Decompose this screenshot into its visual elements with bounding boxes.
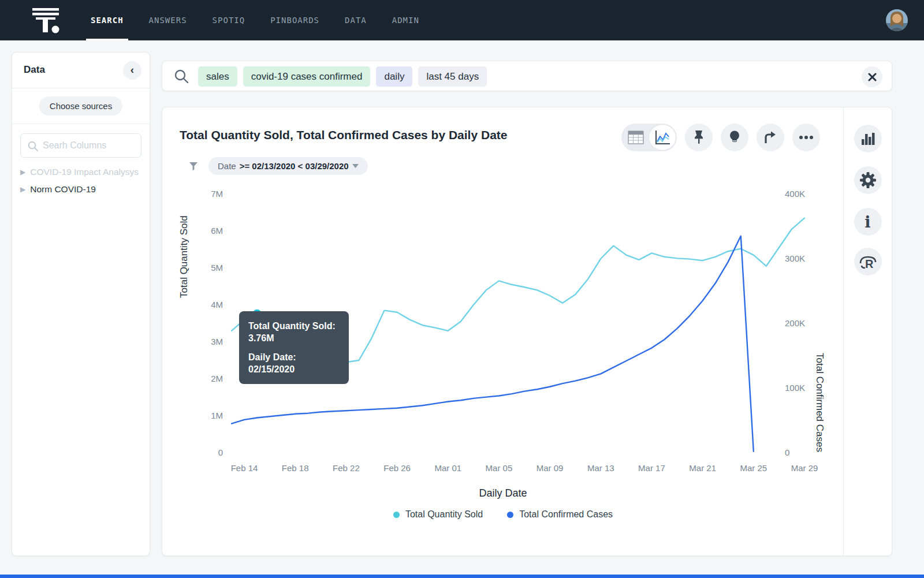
r-analysis-button[interactable]: R [854, 248, 882, 275]
svg-text:R: R [865, 258, 874, 269]
info-button[interactable]: i [854, 208, 882, 236]
source-label: COVID-19 Impact Analysys [30, 167, 139, 177]
table-view-button[interactable] [623, 125, 649, 150]
chart-tooltip: Total Quantity Sold: 3.76M Daily Date: 0… [239, 311, 349, 384]
svg-text:Feb 22: Feb 22 [333, 463, 360, 473]
svg-text:Feb 18: Feb 18 [282, 463, 309, 473]
search-token-sales[interactable]: sales [198, 66, 237, 87]
tooltip-date-label: Daily Date: [248, 351, 340, 363]
more-options-button[interactable] [792, 124, 820, 151]
clear-search-button[interactable] [862, 66, 882, 87]
caret-down-icon [352, 164, 359, 168]
search-token-last-45-days[interactable]: last 45 days [418, 66, 487, 87]
choose-sources-row: Choose sources [12, 88, 150, 124]
svg-text:200K: 200K [785, 318, 805, 328]
thoughtspot-logo-icon[interactable] [22, 7, 74, 33]
answer-toolbar [621, 124, 820, 151]
data-panel: Data ‹ Choose sources ▶ COVID-19 Impact … [12, 52, 150, 556]
svg-text:2M: 2M [211, 374, 223, 383]
svg-text:7M: 7M [211, 189, 223, 199]
y-axis-left-title: Total Quantity Sold [178, 215, 190, 298]
bar-chart-icon [861, 132, 875, 146]
legend-label: Total Confirmed Cases [519, 509, 613, 520]
source-item-covid-impact[interactable]: ▶ COVID-19 Impact Analysys [12, 163, 150, 181]
search-token-covid-cases[interactable]: covid-19 cases confirmed [243, 66, 371, 87]
share-arrow-icon [763, 130, 777, 144]
lightbulb-icon [728, 130, 741, 145]
svg-text:1M: 1M [211, 411, 223, 420]
legend-label: Total Quantity Sold [405, 509, 483, 520]
svg-text:Feb 26: Feb 26 [383, 463, 411, 473]
expand-triangle-icon[interactable]: ▶ [20, 168, 25, 176]
svg-text:4M: 4M [211, 300, 223, 309]
chart-view-button[interactable] [649, 125, 676, 150]
line-chart-icon [654, 130, 670, 145]
search-columns-box [20, 133, 141, 158]
data-panel-title: Data [24, 64, 45, 76]
expand-triangle-icon[interactable]: ▶ [20, 185, 25, 193]
legend-dot-cyan [393, 512, 400, 518]
search-columns-input[interactable] [43, 134, 135, 157]
gear-icon [859, 171, 877, 189]
date-filter-pill[interactable]: Date >= 02/13/2020 < 03/29/2020 [208, 157, 368, 175]
chart-area[interactable]: 01M2M3M4M5M6M7M0100K200K300K400KFeb 14Fe… [162, 182, 844, 486]
search-bar[interactable]: sales covid-19 cases confirmed daily las… [162, 61, 892, 91]
chevron-left-icon: ‹ [131, 64, 134, 76]
info-icon: i [865, 214, 870, 230]
tooltip-date-value: 02/15/2020 [248, 363, 340, 375]
user-avatar[interactable] [886, 9, 908, 31]
bottom-accent-bar [0, 575, 924, 578]
svg-text:Mar 29: Mar 29 [791, 463, 818, 473]
tooltip-measure-value: 3.76M [248, 332, 340, 344]
search-token-daily[interactable]: daily [376, 66, 412, 87]
close-icon [868, 73, 877, 81]
pin-button[interactable] [685, 124, 713, 151]
choose-sources-button[interactable]: Choose sources [39, 96, 122, 115]
top-nav: SEARCH ANSWERS SPOTIQ PINBOARDS DATA ADM… [0, 0, 924, 40]
svg-text:Mar 25: Mar 25 [740, 463, 767, 473]
right-rail: i R [843, 107, 892, 555]
svg-text:0: 0 [218, 448, 223, 457]
table-icon [628, 130, 644, 144]
svg-text:6M: 6M [211, 226, 223, 236]
svg-text:100K: 100K [785, 383, 805, 393]
answer-card: Total Quantity Sold, Total Confirmed Cas… [162, 107, 892, 556]
filter-funnel-icon [189, 162, 198, 171]
svg-text:5M: 5M [211, 263, 223, 273]
filter-value: >= 02/13/2020 < 03/29/2020 [240, 161, 349, 171]
legend-item-quantity[interactable]: Total Quantity Sold [393, 509, 483, 520]
search-icon [27, 140, 39, 152]
answer-title: Total Quantity Sold, Total Confirmed Cas… [180, 128, 507, 142]
change-chart-type-button[interactable] [854, 125, 882, 152]
svg-text:Mar 13: Mar 13 [587, 463, 614, 473]
y-axis-right-title: Total Confirmed Cases [814, 353, 825, 452]
collapse-panel-button[interactable]: ‹ [123, 61, 141, 80]
search-tokens: sales covid-19 cases confirmed daily las… [198, 66, 487, 87]
svg-text:300K: 300K [785, 253, 805, 263]
share-button[interactable] [757, 124, 784, 151]
chart-legend: Total Quantity Sold Total Confirmed Case… [162, 509, 844, 520]
nav-item-search[interactable]: SEARCH [78, 0, 136, 40]
svg-text:400K: 400K [785, 189, 805, 199]
svg-text:Mar 17: Mar 17 [638, 463, 665, 473]
nav-item-admin[interactable]: ADMIN [379, 0, 432, 40]
svg-text:Mar 01: Mar 01 [434, 463, 461, 473]
x-axis-title: Daily Date [162, 487, 844, 499]
view-toggle [621, 124, 677, 151]
spotiq-insights-button[interactable] [721, 124, 748, 151]
tooltip-measure-label: Total Quantity Sold: [248, 320, 340, 332]
nav-item-data[interactable]: DATA [332, 0, 379, 40]
search-icon [174, 69, 189, 84]
nav-item-pinboards[interactable]: PINBOARDS [258, 0, 332, 40]
legend-dot-blue [507, 512, 513, 518]
source-item-norm-covid[interactable]: ▶ Norm COVID-19 [12, 181, 150, 198]
nav-items: SEARCH ANSWERS SPOTIQ PINBOARDS DATA ADM… [78, 0, 432, 40]
r-logo-icon: R [859, 254, 877, 269]
nav-item-spotiq[interactable]: SPOTIQ [200, 0, 258, 40]
svg-text:3M: 3M [211, 337, 223, 346]
nav-item-answers[interactable]: ANSWERS [136, 0, 200, 40]
legend-item-confirmed[interactable]: Total Confirmed Cases [507, 509, 613, 520]
chart-settings-button[interactable] [854, 166, 882, 194]
filter-row: Date >= 02/13/2020 < 03/29/2020 [189, 157, 368, 175]
data-panel-header: Data ‹ [12, 53, 150, 88]
